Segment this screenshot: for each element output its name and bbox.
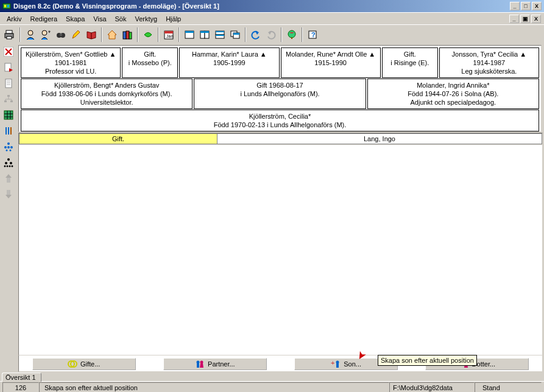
tree-diagram-icon[interactable] (2, 93, 15, 105)
person-icon[interactable] (23, 27, 38, 42)
new-person-icon[interactable]: * (38, 27, 53, 42)
tab-oversikt-1[interactable]: Översikt 1 (2, 373, 41, 382)
app-icon (2, 2, 11, 10)
maximize-button[interactable]: □ (521, 2, 531, 10)
svg-marker-84 (200, 363, 203, 368)
hierarchy-icon[interactable] (2, 156, 15, 169)
home-icon[interactable] (105, 27, 119, 42)
svg-text:?: ? (311, 31, 316, 38)
relation-status-cell[interactable]: Gift. (19, 133, 217, 144)
gifte-button[interactable]: Gifte... (32, 358, 136, 370)
grand-rel-1[interactable]: Gift.i Mossebo (P). (122, 47, 178, 78)
church-down-icon[interactable] (2, 188, 15, 200)
title-bar: Disgen 8.2c (Demo & Visningsprogram - de… (0, 0, 544, 12)
menu-redigera[interactable]: Redigera (26, 14, 62, 24)
menu-sok[interactable]: Sök (111, 14, 131, 24)
status-bar: 126 Skapa son efter aktuell position F:\… (0, 381, 544, 392)
svg-point-74 (12, 166, 13, 167)
svg-rect-3 (6, 30, 12, 33)
svg-rect-78 (7, 190, 10, 195)
books-icon[interactable] (120, 27, 135, 42)
partner-button[interactable]: Partner... (163, 358, 267, 370)
parent-card-2[interactable]: Molander, Ingrid Annika*Född 1944-07-26 … (367, 79, 539, 109)
binoculars-icon[interactable] (54, 27, 68, 42)
overview-grid: Kjöllerström, Sven* Gottlieb ▲1901-1981P… (18, 45, 542, 132)
tool-bar: * Jan ? (0, 24, 544, 44)
side-toolbar (0, 44, 17, 372)
center-person-card[interactable]: Kjöllerström, Cecilia*Född 1970-02-13 i … (21, 110, 539, 131)
church-up-icon[interactable] (2, 172, 15, 184)
menu-verktyg[interactable]: Verktyg (130, 14, 161, 24)
svg-point-64 (7, 146, 10, 149)
globe-icon[interactable] (284, 27, 299, 42)
svg-marker-77 (5, 195, 12, 198)
menu-skapa[interactable]: Skapa (62, 14, 89, 24)
main-panel: Kjöllerström, Sven* Gottlieb ▲1901-1981P… (17, 44, 544, 372)
document-icon[interactable] (2, 77, 15, 89)
menu-visa[interactable]: Visa (89, 14, 110, 24)
svg-rect-27 (216, 31, 224, 32)
menu-bar: Arkiv Redigera Skapa Visa Sök Verktyg Hj… (0, 12, 544, 24)
svg-rect-54 (4, 111, 13, 119)
window-icon-1[interactable] (182, 27, 197, 42)
blue-list-icon[interactable] (2, 125, 15, 137)
grand-card-1[interactable]: Kjöllerström, Sven* Gottlieb ▲1901-1981P… (21, 47, 121, 78)
svg-rect-0 (3, 4, 10, 9)
descendants-icon[interactable] (2, 141, 15, 153)
svg-marker-12 (72, 30, 80, 38)
grand-card-4[interactable]: Jonsson, Tyra* Cecilia ▲1914-1987Leg sju… (439, 47, 539, 78)
menu-arkiv[interactable]: Arkiv (2, 14, 26, 24)
svg-text:Jan: Jan (166, 34, 173, 38)
parent-card-1[interactable]: Kjöllerström, Bengt* Anders GustavFödd 1… (21, 79, 193, 109)
svg-rect-48 (4, 100, 7, 102)
svg-point-68 (7, 158, 10, 161)
grand-card-3[interactable]: Molander, Rune* Arndt Olle ▲1915-1990 (281, 47, 381, 78)
redo-icon[interactable] (264, 27, 278, 42)
svg-rect-35 (291, 37, 292, 39)
print-icon[interactable] (2, 27, 17, 42)
status-path: F:\Modul3\dg82data (389, 382, 475, 393)
menu-hjalp[interactable]: Hjälp (161, 14, 185, 24)
tooltip: Skapa son efter aktuell position (378, 355, 477, 366)
delete-x-icon[interactable] (2, 46, 15, 58)
status-message: Skapa son efter aktuell position (39, 382, 389, 393)
svg-rect-14 (123, 32, 126, 39)
children-area (18, 145, 543, 355)
svg-rect-24 (200, 31, 209, 33)
child-minimize-button[interactable]: _ (509, 15, 519, 23)
svg-point-73 (9, 166, 11, 167)
edit-icon[interactable] (69, 27, 83, 42)
window-icon-4[interactable] (228, 27, 242, 42)
svg-point-67 (10, 150, 12, 152)
grand-rel-2[interactable]: Gift.i Risinge (E). (382, 47, 438, 78)
svg-point-72 (7, 166, 9, 167)
svg-marker-13 (108, 30, 116, 39)
close-button[interactable]: X (532, 2, 542, 10)
svg-rect-61 (10, 127, 12, 135)
child-close-button[interactable]: X (531, 15, 541, 23)
parent-rel[interactable]: Gift 1968-08-17i Lunds Allhelgonaförs (M… (194, 79, 366, 109)
svg-rect-2 (7, 5, 9, 7)
svg-rect-76 (7, 178, 10, 183)
help-icon[interactable]: ? (305, 27, 320, 42)
book-icon[interactable] (84, 27, 99, 42)
svg-rect-31 (233, 33, 239, 35)
svg-marker-75 (5, 174, 12, 178)
svg-rect-18 (164, 31, 173, 33)
window-icon-2[interactable] (197, 27, 212, 42)
child-maximize-button[interactable]: ▣ (520, 15, 530, 23)
doc-arrow-icon[interactable] (2, 61, 15, 74)
undo-icon[interactable] (249, 27, 263, 42)
grand-card-2[interactable]: Hammar, Karin* Laura ▲1905-1999 (179, 47, 279, 78)
svg-rect-1 (4, 5, 6, 7)
window-icon-3[interactable] (213, 27, 227, 42)
svg-point-65 (10, 146, 13, 149)
calendar-icon[interactable]: Jan (161, 27, 176, 42)
svg-point-7 (42, 30, 47, 35)
minimize-button[interactable]: _ (510, 2, 520, 10)
table-grid-icon[interactable] (2, 109, 15, 121)
leaf-icon[interactable] (141, 27, 155, 42)
relation-partner-cell[interactable]: Lang, Ingo (217, 133, 542, 144)
svg-rect-21 (185, 31, 194, 33)
svg-rect-49 (10, 100, 13, 102)
